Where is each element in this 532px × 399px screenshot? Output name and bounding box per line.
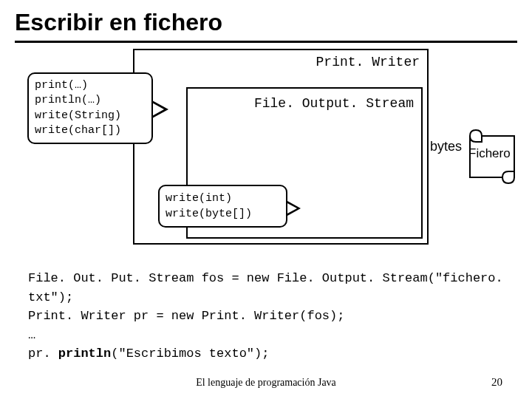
callout-printwriter-methods: print(…) println(…) write(String) write(… [27, 72, 153, 144]
code-block: File. Out. Put. Stream fos = new File. O… [15, 269, 517, 364]
callout-pointer-icon [287, 201, 301, 216]
fileoutputstream-box: File. Output. Stream write(int) write(by… [186, 87, 423, 239]
method-line: println(…) [35, 93, 146, 108]
callout-fos-methods: write(int) write(byte[]) [158, 185, 287, 228]
method-line: print(…) [35, 78, 146, 93]
method-line: write(String) [35, 109, 146, 123]
footer-text: El lenguaje de programación Java [0, 377, 532, 389]
code-line: pr. println("Escribimos texto"); [28, 344, 504, 364]
method-line: write(char[]) [35, 123, 146, 138]
title-rule [15, 41, 517, 43]
fileoutputstream-label: File. Output. Stream [254, 96, 414, 111]
page-number: 20 [491, 376, 502, 389]
file-label: Fichero [468, 146, 511, 161]
printwriter-box: Print. Writer print(…) println(…) write(… [133, 49, 429, 245]
method-line: write(byte[]) [166, 206, 280, 222]
callout-pointer-icon [152, 100, 168, 118]
printwriter-label: Print. Writer [316, 55, 420, 69]
code-line: … [28, 326, 504, 345]
method-line: write(int) [166, 191, 280, 206]
slide-title: Escribir en fichero [15, 9, 517, 36]
code-line: File. Out. Put. Stream fos = new File. O… [28, 269, 504, 307]
bytes-label: bytes [430, 139, 462, 154]
diagram-area: Print. Writer print(…) println(…) write(… [22, 49, 510, 256]
code-line: Print. Writer pr = new Print. Writer(fos… [28, 307, 504, 326]
